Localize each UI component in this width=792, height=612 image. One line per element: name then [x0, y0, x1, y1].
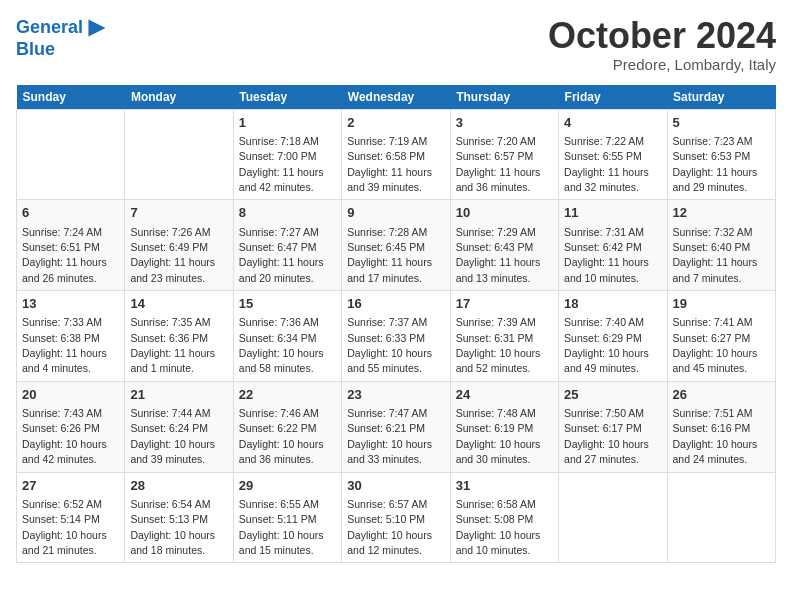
- week-row-4: 20Sunrise: 7:43 AMSunset: 6:26 PMDayligh…: [17, 381, 776, 472]
- calendar-cell: 19Sunrise: 7:41 AMSunset: 6:27 PMDayligh…: [667, 291, 775, 382]
- logo: General Blue: [16, 16, 109, 60]
- cell-text: Sunrise: 6:54 AMSunset: 5:13 PMDaylight:…: [130, 498, 215, 556]
- day-number: 29: [239, 477, 336, 495]
- cell-text: Sunrise: 7:33 AMSunset: 6:38 PMDaylight:…: [22, 316, 107, 374]
- day-number: 14: [130, 295, 227, 313]
- day-number: 13: [22, 295, 119, 313]
- calendar-cell: 23Sunrise: 7:47 AMSunset: 6:21 PMDayligh…: [342, 381, 450, 472]
- calendar-cell: 18Sunrise: 7:40 AMSunset: 6:29 PMDayligh…: [559, 291, 667, 382]
- day-number: 22: [239, 386, 336, 404]
- day-number: 6: [22, 204, 119, 222]
- day-number: 19: [673, 295, 770, 313]
- cell-text: Sunrise: 7:18 AMSunset: 7:00 PMDaylight:…: [239, 135, 324, 193]
- weekday-header-monday: Monday: [125, 85, 233, 110]
- location: Predore, Lombardy, Italy: [548, 56, 776, 73]
- calendar-cell: 10Sunrise: 7:29 AMSunset: 6:43 PMDayligh…: [450, 200, 558, 291]
- calendar-cell: [667, 472, 775, 563]
- cell-text: Sunrise: 7:24 AMSunset: 6:51 PMDaylight:…: [22, 226, 107, 284]
- cell-text: Sunrise: 7:48 AMSunset: 6:19 PMDaylight:…: [456, 407, 541, 465]
- calendar-cell: 26Sunrise: 7:51 AMSunset: 6:16 PMDayligh…: [667, 381, 775, 472]
- cell-text: Sunrise: 7:19 AMSunset: 6:58 PMDaylight:…: [347, 135, 432, 193]
- day-number: 30: [347, 477, 444, 495]
- cell-text: Sunrise: 7:22 AMSunset: 6:55 PMDaylight:…: [564, 135, 649, 193]
- cell-text: Sunrise: 7:20 AMSunset: 6:57 PMDaylight:…: [456, 135, 541, 193]
- calendar-cell: 31Sunrise: 6:58 AMSunset: 5:08 PMDayligh…: [450, 472, 558, 563]
- calendar-cell: 13Sunrise: 7:33 AMSunset: 6:38 PMDayligh…: [17, 291, 125, 382]
- day-number: 9: [347, 204, 444, 222]
- week-row-1: 1Sunrise: 7:18 AMSunset: 7:00 PMDaylight…: [17, 109, 776, 200]
- calendar-cell: 1Sunrise: 7:18 AMSunset: 7:00 PMDaylight…: [233, 109, 341, 200]
- calendar-cell: 3Sunrise: 7:20 AMSunset: 6:57 PMDaylight…: [450, 109, 558, 200]
- cell-text: Sunrise: 7:50 AMSunset: 6:17 PMDaylight:…: [564, 407, 649, 465]
- day-number: 20: [22, 386, 119, 404]
- cell-text: Sunrise: 7:35 AMSunset: 6:36 PMDaylight:…: [130, 316, 215, 374]
- day-number: 4: [564, 114, 661, 132]
- day-number: 16: [347, 295, 444, 313]
- day-number: 15: [239, 295, 336, 313]
- weekday-header-sunday: Sunday: [17, 85, 125, 110]
- cell-text: Sunrise: 7:41 AMSunset: 6:27 PMDaylight:…: [673, 316, 758, 374]
- day-number: 18: [564, 295, 661, 313]
- cell-text: Sunrise: 6:57 AMSunset: 5:10 PMDaylight:…: [347, 498, 432, 556]
- weekday-header-thursday: Thursday: [450, 85, 558, 110]
- calendar-cell: 20Sunrise: 7:43 AMSunset: 6:26 PMDayligh…: [17, 381, 125, 472]
- cell-text: Sunrise: 7:37 AMSunset: 6:33 PMDaylight:…: [347, 316, 432, 374]
- svg-marker-0: [88, 19, 105, 36]
- cell-text: Sunrise: 7:23 AMSunset: 6:53 PMDaylight:…: [673, 135, 758, 193]
- day-number: 17: [456, 295, 553, 313]
- calendar-cell: 28Sunrise: 6:54 AMSunset: 5:13 PMDayligh…: [125, 472, 233, 563]
- weekday-header-tuesday: Tuesday: [233, 85, 341, 110]
- calendar-cell: 21Sunrise: 7:44 AMSunset: 6:24 PMDayligh…: [125, 381, 233, 472]
- calendar-cell: 7Sunrise: 7:26 AMSunset: 6:49 PMDaylight…: [125, 200, 233, 291]
- day-number: 8: [239, 204, 336, 222]
- cell-text: Sunrise: 6:55 AMSunset: 5:11 PMDaylight:…: [239, 498, 324, 556]
- day-number: 7: [130, 204, 227, 222]
- cell-text: Sunrise: 7:36 AMSunset: 6:34 PMDaylight:…: [239, 316, 324, 374]
- calendar-cell: 29Sunrise: 6:55 AMSunset: 5:11 PMDayligh…: [233, 472, 341, 563]
- week-row-5: 27Sunrise: 6:52 AMSunset: 5:14 PMDayligh…: [17, 472, 776, 563]
- day-number: 5: [673, 114, 770, 132]
- calendar-cell: 6Sunrise: 7:24 AMSunset: 6:51 PMDaylight…: [17, 200, 125, 291]
- calendar-cell: 14Sunrise: 7:35 AMSunset: 6:36 PMDayligh…: [125, 291, 233, 382]
- day-number: 12: [673, 204, 770, 222]
- calendar-cell: 16Sunrise: 7:37 AMSunset: 6:33 PMDayligh…: [342, 291, 450, 382]
- calendar-cell: 5Sunrise: 7:23 AMSunset: 6:53 PMDaylight…: [667, 109, 775, 200]
- cell-text: Sunrise: 7:26 AMSunset: 6:49 PMDaylight:…: [130, 226, 215, 284]
- calendar-cell: [559, 472, 667, 563]
- day-number: 26: [673, 386, 770, 404]
- day-number: 25: [564, 386, 661, 404]
- weekday-header-row: SundayMondayTuesdayWednesdayThursdayFrid…: [17, 85, 776, 110]
- calendar-table: SundayMondayTuesdayWednesdayThursdayFrid…: [16, 85, 776, 564]
- day-number: 31: [456, 477, 553, 495]
- week-row-3: 13Sunrise: 7:33 AMSunset: 6:38 PMDayligh…: [17, 291, 776, 382]
- calendar-cell: 30Sunrise: 6:57 AMSunset: 5:10 PMDayligh…: [342, 472, 450, 563]
- calendar-cell: 8Sunrise: 7:27 AMSunset: 6:47 PMDaylight…: [233, 200, 341, 291]
- calendar-cell: 17Sunrise: 7:39 AMSunset: 6:31 PMDayligh…: [450, 291, 558, 382]
- day-number: 1: [239, 114, 336, 132]
- cell-text: Sunrise: 7:29 AMSunset: 6:43 PMDaylight:…: [456, 226, 541, 284]
- month-title: October 2024: [548, 16, 776, 56]
- calendar-cell: 22Sunrise: 7:46 AMSunset: 6:22 PMDayligh…: [233, 381, 341, 472]
- calendar-cell: 11Sunrise: 7:31 AMSunset: 6:42 PMDayligh…: [559, 200, 667, 291]
- cell-text: Sunrise: 7:32 AMSunset: 6:40 PMDaylight:…: [673, 226, 758, 284]
- day-number: 10: [456, 204, 553, 222]
- logo-icon: [85, 16, 109, 40]
- cell-text: Sunrise: 7:39 AMSunset: 6:31 PMDaylight:…: [456, 316, 541, 374]
- logo-text: General: [16, 18, 83, 38]
- day-number: 2: [347, 114, 444, 132]
- cell-text: Sunrise: 7:47 AMSunset: 6:21 PMDaylight:…: [347, 407, 432, 465]
- cell-text: Sunrise: 7:28 AMSunset: 6:45 PMDaylight:…: [347, 226, 432, 284]
- cell-text: Sunrise: 7:46 AMSunset: 6:22 PMDaylight:…: [239, 407, 324, 465]
- calendar-cell: 9Sunrise: 7:28 AMSunset: 6:45 PMDaylight…: [342, 200, 450, 291]
- day-number: 24: [456, 386, 553, 404]
- day-number: 27: [22, 477, 119, 495]
- cell-text: Sunrise: 7:51 AMSunset: 6:16 PMDaylight:…: [673, 407, 758, 465]
- cell-text: Sunrise: 7:27 AMSunset: 6:47 PMDaylight:…: [239, 226, 324, 284]
- calendar-cell: 27Sunrise: 6:52 AMSunset: 5:14 PMDayligh…: [17, 472, 125, 563]
- day-number: 28: [130, 477, 227, 495]
- day-number: 11: [564, 204, 661, 222]
- cell-text: Sunrise: 7:43 AMSunset: 6:26 PMDaylight:…: [22, 407, 107, 465]
- calendar-cell: 15Sunrise: 7:36 AMSunset: 6:34 PMDayligh…: [233, 291, 341, 382]
- cell-text: Sunrise: 6:52 AMSunset: 5:14 PMDaylight:…: [22, 498, 107, 556]
- cell-text: Sunrise: 7:31 AMSunset: 6:42 PMDaylight:…: [564, 226, 649, 284]
